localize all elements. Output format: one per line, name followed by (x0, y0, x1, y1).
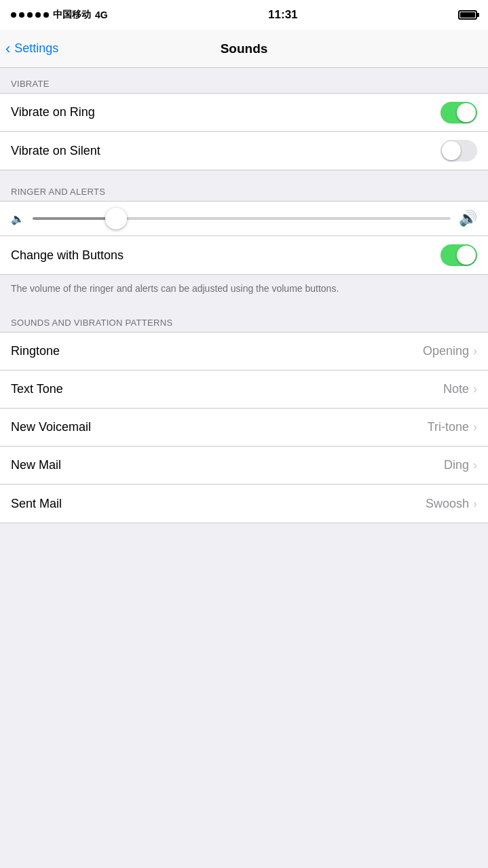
new-mail-label: New Mail (11, 458, 61, 472)
volume-slider-row: 🔈 🔊 (0, 202, 488, 236)
slider-thumb[interactable] (105, 208, 127, 229)
vibrate-on-ring-row: Vibrate on Ring (0, 94, 488, 132)
back-button[interactable]: ‹ Settings (5, 41, 58, 56)
ringtone-value: Opening › (423, 344, 477, 358)
change-with-buttons-thumb (457, 246, 476, 265)
text-tone-chevron-icon: › (473, 382, 477, 396)
ringer-group: 🔈 🔊 Change with Buttons (0, 201, 488, 275)
text-tone-label: Text Tone (11, 382, 63, 396)
status-time: 11:31 (268, 8, 297, 22)
new-voicemail-current: Tri-tone (428, 420, 469, 434)
text-tone-value: Note › (443, 382, 477, 396)
carrier-label: 中国移动 (53, 9, 91, 21)
volume-low-icon: 🔈 (11, 212, 24, 225)
vibrate-on-ring-thumb (457, 103, 476, 122)
volume-slider-track[interactable] (33, 217, 451, 220)
vibrate-on-silent-thumb (442, 141, 461, 160)
change-with-buttons-row: Change with Buttons (0, 236, 488, 274)
text-tone-row[interactable]: Text Tone Note › (0, 371, 488, 409)
status-bar: 中国移动 4G 11:31 (0, 0, 488, 30)
ringtone-current: Opening (423, 344, 469, 358)
ringtone-chevron-icon: › (473, 344, 477, 358)
vibrate-group: Vibrate on Ring Vibrate on Silent (0, 93, 488, 170)
new-voicemail-chevron-icon: › (473, 420, 477, 434)
sent-mail-value: Swoosh › (426, 497, 477, 511)
vibrate-on-silent-label: Vibrate on Silent (11, 144, 100, 158)
sounds-group: Ringtone Opening › Text Tone Note › New … (0, 332, 488, 523)
volume-high-icon: 🔊 (459, 210, 477, 227)
new-mail-row[interactable]: New Mail Ding › (0, 447, 488, 485)
change-with-buttons-label: Change with Buttons (11, 248, 124, 263)
sounds-section-header: SOUNDS AND VIBRATION PATTERNS (0, 307, 488, 332)
back-arrow-icon: ‹ (5, 41, 10, 56)
ringer-section-header: RINGER AND ALERTS (0, 176, 488, 201)
vibrate-on-silent-toggle[interactable] (440, 140, 477, 162)
page-title: Sounds (221, 41, 268, 56)
new-mail-chevron-icon: › (473, 458, 477, 472)
status-right (458, 10, 477, 20)
sent-mail-label: Sent Mail (11, 497, 62, 511)
signal-dots (11, 12, 49, 18)
vibrate-section-header: VIBRATE (0, 68, 488, 93)
vibrate-on-ring-label: Vibrate on Ring (11, 105, 95, 119)
sent-mail-chevron-icon: › (473, 497, 477, 511)
ringtone-label: Ringtone (11, 344, 60, 358)
new-voicemail-value: Tri-tone › (428, 420, 477, 434)
sent-mail-current: Swoosh (426, 497, 469, 511)
slider-fill (33, 217, 116, 220)
new-voicemail-label: New Voicemail (11, 420, 91, 434)
nav-bar: ‹ Settings Sounds (0, 30, 488, 68)
text-tone-current: Note (443, 382, 469, 396)
battery-fill (460, 12, 475, 18)
new-voicemail-row[interactable]: New Voicemail Tri-tone › (0, 409, 488, 447)
status-left: 中国移动 4G (11, 9, 108, 21)
change-with-buttons-toggle[interactable] (440, 244, 477, 266)
new-mail-current: Ding (444, 458, 469, 472)
new-mail-value: Ding › (444, 458, 477, 472)
ringtone-row[interactable]: Ringtone Opening › (0, 333, 488, 371)
back-label: Settings (14, 41, 58, 56)
spacer-1 (0, 170, 488, 176)
sent-mail-row[interactable]: Sent Mail Swoosh › (0, 485, 488, 523)
vibrate-on-silent-row: Vibrate on Silent (0, 132, 488, 170)
network-label: 4G (95, 10, 108, 20)
vibrate-on-ring-toggle[interactable] (440, 102, 477, 124)
ringer-footer-note: The volume of the ringer and alerts can … (0, 275, 488, 307)
battery-icon (458, 10, 477, 20)
